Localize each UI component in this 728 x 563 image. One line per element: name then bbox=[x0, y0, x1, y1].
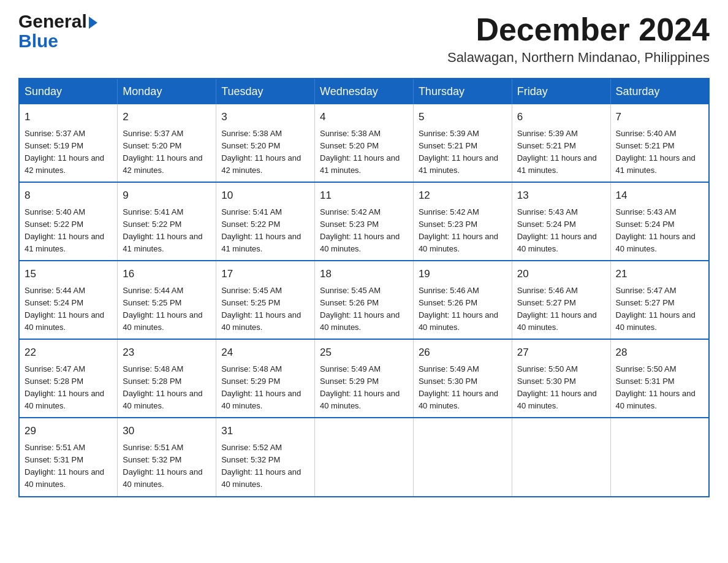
calendar-cell bbox=[512, 418, 610, 496]
day-info: Sunrise: 5:47 AMSunset: 5:28 PMDaylight:… bbox=[25, 363, 112, 413]
title-area: December 2024 Salawagan, Northern Mindan… bbox=[447, 12, 710, 66]
calendar-week-1: 1Sunrise: 5:37 AMSunset: 5:19 PMDaylight… bbox=[19, 104, 709, 182]
day-number: 7 bbox=[616, 109, 703, 125]
calendar-week-2: 8Sunrise: 5:40 AMSunset: 5:22 PMDaylight… bbox=[19, 182, 709, 261]
calendar-week-4: 22Sunrise: 5:47 AMSunset: 5:28 PMDayligh… bbox=[19, 339, 709, 418]
calendar-cell: 6Sunrise: 5:39 AMSunset: 5:21 PMDaylight… bbox=[512, 104, 610, 182]
calendar-table: SundayMondayTuesdayWednesdayThursdayFrid… bbox=[18, 78, 710, 497]
calendar-cell: 15Sunrise: 5:44 AMSunset: 5:24 PMDayligh… bbox=[19, 261, 118, 339]
day-info: Sunrise: 5:49 AMSunset: 5:30 PMDaylight:… bbox=[419, 363, 507, 413]
day-number: 11 bbox=[320, 188, 408, 204]
calendar-cell: 9Sunrise: 5:41 AMSunset: 5:22 PMDaylight… bbox=[118, 182, 216, 261]
day-number: 16 bbox=[123, 266, 211, 282]
day-info: Sunrise: 5:49 AMSunset: 5:29 PMDaylight:… bbox=[320, 363, 408, 413]
day-number: 26 bbox=[419, 345, 507, 361]
calendar-cell: 2Sunrise: 5:37 AMSunset: 5:20 PMDaylight… bbox=[118, 104, 216, 182]
location-subtitle: Salawagan, Northern Mindanao, Philippine… bbox=[447, 50, 710, 66]
day-number: 4 bbox=[320, 109, 408, 125]
day-info: Sunrise: 5:51 AMSunset: 5:31 PMDaylight:… bbox=[25, 442, 112, 491]
day-number: 30 bbox=[123, 423, 211, 439]
day-header-saturday: Saturday bbox=[610, 79, 709, 104]
calendar-cell: 31Sunrise: 5:52 AMSunset: 5:32 PMDayligh… bbox=[216, 418, 315, 496]
day-number: 18 bbox=[320, 266, 408, 282]
day-header-sunday: Sunday bbox=[19, 79, 118, 104]
logo: General Blue bbox=[18, 12, 97, 52]
calendar-cell: 26Sunrise: 5:49 AMSunset: 5:30 PMDayligh… bbox=[413, 339, 512, 418]
day-header-wednesday: Wednesday bbox=[315, 79, 414, 104]
day-number: 29 bbox=[25, 423, 112, 439]
day-info: Sunrise: 5:39 AMSunset: 5:21 PMDaylight:… bbox=[517, 128, 605, 177]
day-info: Sunrise: 5:52 AMSunset: 5:32 PMDaylight:… bbox=[221, 442, 309, 491]
day-info: Sunrise: 5:46 AMSunset: 5:27 PMDaylight:… bbox=[517, 285, 605, 334]
calendar-cell: 21Sunrise: 5:47 AMSunset: 5:27 PMDayligh… bbox=[610, 261, 709, 339]
page-header: General Blue December 2024 Salawagan, No… bbox=[18, 12, 710, 66]
day-header-thursday: Thursday bbox=[413, 79, 512, 104]
day-number: 2 bbox=[123, 109, 211, 125]
calendar-cell: 4Sunrise: 5:38 AMSunset: 5:20 PMDaylight… bbox=[315, 104, 414, 182]
calendar-cell bbox=[610, 418, 709, 496]
day-number: 21 bbox=[616, 266, 703, 282]
day-info: Sunrise: 5:41 AMSunset: 5:22 PMDaylight:… bbox=[123, 206, 211, 256]
day-number: 9 bbox=[123, 188, 211, 204]
day-info: Sunrise: 5:41 AMSunset: 5:22 PMDaylight:… bbox=[221, 206, 309, 256]
calendar-cell: 20Sunrise: 5:46 AMSunset: 5:27 PMDayligh… bbox=[512, 261, 610, 339]
calendar-cell: 23Sunrise: 5:48 AMSunset: 5:28 PMDayligh… bbox=[118, 339, 216, 418]
calendar-cell: 30Sunrise: 5:51 AMSunset: 5:32 PMDayligh… bbox=[118, 418, 216, 496]
day-info: Sunrise: 5:44 AMSunset: 5:25 PMDaylight:… bbox=[123, 285, 211, 334]
calendar-cell: 18Sunrise: 5:45 AMSunset: 5:26 PMDayligh… bbox=[315, 261, 414, 339]
month-title: December 2024 bbox=[447, 12, 710, 47]
calendar-cell: 27Sunrise: 5:50 AMSunset: 5:30 PMDayligh… bbox=[512, 339, 610, 418]
calendar-cell: 1Sunrise: 5:37 AMSunset: 5:19 PMDaylight… bbox=[19, 104, 118, 182]
day-number: 23 bbox=[123, 345, 211, 361]
calendar-cell: 8Sunrise: 5:40 AMSunset: 5:22 PMDaylight… bbox=[19, 182, 118, 261]
calendar-cell: 28Sunrise: 5:50 AMSunset: 5:31 PMDayligh… bbox=[610, 339, 709, 418]
calendar-cell bbox=[413, 418, 512, 496]
day-number: 5 bbox=[419, 109, 507, 125]
day-info: Sunrise: 5:45 AMSunset: 5:25 PMDaylight:… bbox=[221, 285, 309, 334]
day-info: Sunrise: 5:43 AMSunset: 5:24 PMDaylight:… bbox=[517, 206, 605, 256]
day-number: 17 bbox=[221, 266, 309, 282]
day-number: 27 bbox=[517, 345, 605, 361]
calendar-cell: 17Sunrise: 5:45 AMSunset: 5:25 PMDayligh… bbox=[216, 261, 315, 339]
day-info: Sunrise: 5:37 AMSunset: 5:20 PMDaylight:… bbox=[123, 128, 211, 177]
day-number: 14 bbox=[616, 188, 703, 204]
calendar-cell: 16Sunrise: 5:44 AMSunset: 5:25 PMDayligh… bbox=[118, 261, 216, 339]
day-number: 24 bbox=[221, 345, 309, 361]
calendar-cell: 13Sunrise: 5:43 AMSunset: 5:24 PMDayligh… bbox=[512, 182, 610, 261]
day-info: Sunrise: 5:40 AMSunset: 5:21 PMDaylight:… bbox=[616, 128, 703, 177]
day-number: 13 bbox=[517, 188, 605, 204]
day-info: Sunrise: 5:44 AMSunset: 5:24 PMDaylight:… bbox=[25, 285, 112, 334]
day-info: Sunrise: 5:50 AMSunset: 5:31 PMDaylight:… bbox=[616, 363, 703, 413]
day-info: Sunrise: 5:47 AMSunset: 5:27 PMDaylight:… bbox=[616, 285, 703, 334]
day-number: 15 bbox=[25, 266, 112, 282]
calendar-cell: 12Sunrise: 5:42 AMSunset: 5:23 PMDayligh… bbox=[413, 182, 512, 261]
logo-blue: Blue bbox=[18, 31, 97, 52]
calendar-cell: 11Sunrise: 5:42 AMSunset: 5:23 PMDayligh… bbox=[315, 182, 414, 261]
calendar-header-row: SundayMondayTuesdayWednesdayThursdayFrid… bbox=[19, 79, 709, 104]
day-info: Sunrise: 5:43 AMSunset: 5:24 PMDaylight:… bbox=[616, 206, 703, 256]
day-number: 25 bbox=[320, 345, 408, 361]
calendar-cell bbox=[315, 418, 414, 496]
calendar-week-5: 29Sunrise: 5:51 AMSunset: 5:31 PMDayligh… bbox=[19, 418, 709, 496]
calendar-cell: 22Sunrise: 5:47 AMSunset: 5:28 PMDayligh… bbox=[19, 339, 118, 418]
day-number: 20 bbox=[517, 266, 605, 282]
day-number: 22 bbox=[25, 345, 112, 361]
calendar-cell: 14Sunrise: 5:43 AMSunset: 5:24 PMDayligh… bbox=[610, 182, 709, 261]
day-number: 28 bbox=[616, 345, 703, 361]
day-info: Sunrise: 5:45 AMSunset: 5:26 PMDaylight:… bbox=[320, 285, 408, 334]
calendar-cell: 5Sunrise: 5:39 AMSunset: 5:21 PMDaylight… bbox=[413, 104, 512, 182]
day-header-tuesday: Tuesday bbox=[216, 79, 315, 104]
day-info: Sunrise: 5:50 AMSunset: 5:30 PMDaylight:… bbox=[517, 363, 605, 413]
calendar-cell: 3Sunrise: 5:38 AMSunset: 5:20 PMDaylight… bbox=[216, 104, 315, 182]
logo-general: General bbox=[18, 12, 87, 31]
calendar-cell: 25Sunrise: 5:49 AMSunset: 5:29 PMDayligh… bbox=[315, 339, 414, 418]
day-info: Sunrise: 5:42 AMSunset: 5:23 PMDaylight:… bbox=[320, 206, 408, 256]
calendar-week-3: 15Sunrise: 5:44 AMSunset: 5:24 PMDayligh… bbox=[19, 261, 709, 339]
logo-triangle bbox=[87, 12, 97, 31]
day-header-friday: Friday bbox=[512, 79, 610, 104]
day-info: Sunrise: 5:40 AMSunset: 5:22 PMDaylight:… bbox=[25, 206, 112, 256]
day-number: 19 bbox=[419, 266, 507, 282]
day-info: Sunrise: 5:46 AMSunset: 5:26 PMDaylight:… bbox=[419, 285, 507, 334]
day-info: Sunrise: 5:38 AMSunset: 5:20 PMDaylight:… bbox=[221, 128, 309, 177]
day-number: 10 bbox=[221, 188, 309, 204]
